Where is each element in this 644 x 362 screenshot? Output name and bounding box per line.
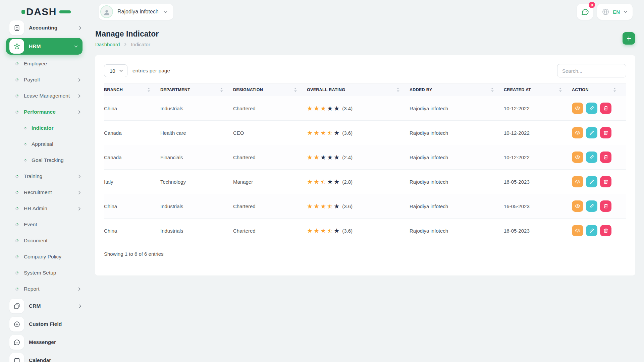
trash-icon (603, 155, 608, 160)
sidebar-item-event[interactable]: Event (6, 217, 87, 233)
edit-button[interactable] (586, 176, 597, 187)
rating-cell: ★★★★★(2.4) (307, 145, 410, 170)
star-empty-icon: ★ (327, 105, 333, 112)
column-label: DEPARTMENT (160, 87, 190, 92)
bullet-icon (15, 223, 19, 227)
rating-value: (2.4) (342, 155, 353, 160)
view-button[interactable] (572, 176, 583, 187)
sidebar-item-label: Indicator (32, 125, 53, 131)
sidebar-item-messenger[interactable]: Messenger (6, 333, 87, 351)
sidebar-item-calendar[interactable]: Calendar (6, 351, 87, 362)
table-row: CanadaFinancialsChartered★★★★★(2.4)Rajod… (104, 145, 626, 170)
chevron-right-icon (123, 42, 127, 47)
view-button[interactable] (572, 127, 583, 138)
designation-cell: Chartered (233, 145, 307, 170)
page-head: Manage Indicator Dashboard Indicator (95, 29, 635, 47)
view-button[interactable] (572, 103, 583, 114)
table-body: ChinaIndustrialsChartered★★★★★(3.4)Rajod… (104, 96, 626, 243)
column-header-designation[interactable]: DESIGNATION (233, 84, 307, 96)
sidebar-item-company-policy[interactable]: Company Policy (6, 249, 87, 265)
bullet-icon (15, 271, 19, 275)
edit-button[interactable] (586, 152, 597, 163)
branch-cell: Canada (104, 121, 160, 145)
sidebar-item-recruitment[interactable]: Recruitment (6, 184, 87, 200)
chevron-down-icon (73, 44, 78, 49)
delete-button[interactable] (600, 176, 611, 187)
created-at-cell: 16-05-2023 (504, 170, 572, 194)
edit-button[interactable] (586, 127, 597, 138)
sidebar-item-label: System Setup (24, 270, 56, 276)
star-full-icon: ★ (320, 203, 326, 209)
delete-button[interactable] (600, 103, 611, 114)
sidebar-item-payroll[interactable]: Payroll (6, 72, 87, 88)
edit-button[interactable] (586, 103, 597, 114)
header-actions: 0 EN (577, 4, 633, 20)
column-header-department[interactable]: DEPARTMENT (160, 84, 233, 96)
messages-button[interactable]: 0 (577, 4, 593, 20)
column-header-created-at[interactable]: CREATED AT (504, 84, 572, 96)
sidebar-item-custom-field[interactable]: Custom Field (6, 315, 87, 333)
sidebar-item-report[interactable]: Report (6, 281, 87, 297)
added-by-cell: Rajodiya infotech (410, 121, 504, 145)
edit-button[interactable] (586, 200, 597, 212)
action-cell (572, 194, 626, 219)
star-empty-icon: ★ (334, 105, 339, 112)
delete-button[interactable] (600, 225, 611, 236)
sidebar-item-label: Report (24, 286, 40, 292)
delete-button[interactable] (600, 200, 611, 212)
sidebar-item-accounting[interactable]: Accounting (6, 19, 87, 37)
column-header-action[interactable]: ACTION (572, 84, 626, 96)
column-header-overall-rating[interactable]: OVERALL RATING (307, 84, 410, 96)
sidebar-item-document[interactable]: Document (6, 233, 87, 249)
pencil-icon (589, 106, 594, 111)
rating-cell: ★★★★☆★(3.6) (307, 194, 410, 219)
sidebar-item-indicator[interactable]: Indicator (6, 120, 87, 136)
sidebar-item-goal-tracking[interactable]: Goal Tracking (6, 152, 87, 168)
search-input[interactable] (557, 64, 626, 77)
action-cell (572, 170, 626, 194)
star-empty-icon: ★ (334, 228, 339, 234)
trash-icon (603, 228, 608, 233)
logo-dot-icon (21, 10, 25, 14)
brand-name: DASH (26, 6, 57, 17)
column-header-branch[interactable]: BRANCH (104, 84, 160, 96)
table-row: ChinaIndustrialsChartered★★★★☆★(3.6)Rajo… (104, 194, 626, 219)
sidebar-item-label: HRM (29, 43, 41, 49)
trash-icon (603, 130, 608, 135)
designation-cell: Chartered (233, 219, 307, 243)
rating-cell: ★★★★☆★(3.6) (307, 121, 410, 145)
delete-button[interactable] (600, 152, 611, 163)
sort-icon (396, 87, 399, 92)
entries-per-page-select[interactable]: 10 (104, 64, 127, 77)
view-button[interactable] (572, 200, 583, 212)
sidebar-item-training[interactable]: Training (6, 168, 87, 184)
chat-icon (581, 8, 589, 16)
add-indicator-button[interactable] (623, 32, 635, 45)
branch-cell: Italy (104, 170, 160, 194)
column-header-added-by[interactable]: ADDED BY (410, 84, 504, 96)
messenger-icon (9, 335, 24, 350)
eye-icon (575, 179, 580, 184)
star-half-icon: ★☆ (327, 130, 333, 136)
branch-cell: China (104, 194, 160, 219)
indicators-table: BRANCHDEPARTMENTDESIGNATIONOVERALL RATIN… (104, 83, 626, 243)
sidebar-item-appraisal[interactable]: Appraisal (6, 136, 87, 152)
sidebar-item-system-setup[interactable]: System Setup (6, 265, 87, 281)
sidebar-item-hr-admin[interactable]: HR Admin (6, 200, 87, 217)
star-full-icon: ★ (320, 130, 326, 136)
sidebar-item-crm[interactable]: CRM (6, 297, 87, 315)
view-button[interactable] (572, 225, 583, 236)
sidebar-item-employee[interactable]: Employee (6, 56, 87, 72)
breadcrumb-dashboard-link[interactable]: Dashboard (95, 42, 120, 47)
brand-logo[interactable]: DASH (21, 6, 78, 17)
messages-badge: 0 (589, 2, 595, 8)
view-button[interactable] (572, 152, 583, 163)
column-label: ACTION (572, 87, 589, 92)
sidebar-item-hrm[interactable]: HRM (6, 38, 83, 55)
delete-button[interactable] (600, 127, 611, 138)
sidebar-item-leave-management[interactable]: Leave Management (6, 88, 87, 104)
edit-button[interactable] (586, 225, 597, 236)
language-selector[interactable]: EN (597, 4, 633, 20)
company-selector[interactable]: Rajodiya infotech (99, 4, 173, 20)
sidebar-item-performance[interactable]: Performance (6, 104, 87, 120)
